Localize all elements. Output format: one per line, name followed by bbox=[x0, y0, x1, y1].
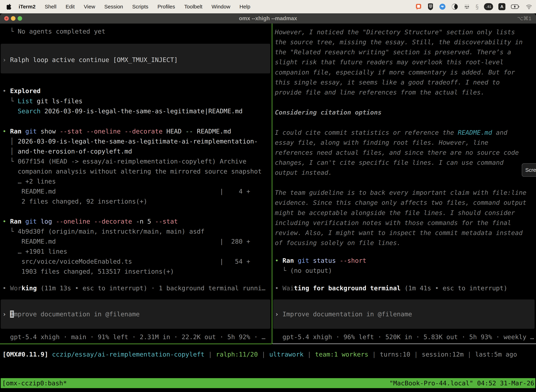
model-status-line: gpt-5.4 xhigh · main · 91% left · 2.31M … bbox=[2, 332, 266, 342]
tmux-pane-left[interactable]: └ No agents completed yet› Ralph loop ac… bbox=[0, 23, 272, 344]
menu-item-profiles[interactable]: Profiles bbox=[157, 4, 175, 10]
reasoning-p1: the "Related research writing" section i… bbox=[275, 47, 511, 57]
agents-status-line: └ No agents completed yet bbox=[2, 26, 105, 36]
prompt-input-line: › Improve documentation in @filename bbox=[2, 309, 140, 319]
omx-status-line: [OMX#0.11.9] cczip/essay/ai-reimplementa… bbox=[2, 350, 517, 359]
reasoning-p1: the source tree, missing the essay. Stil… bbox=[275, 37, 523, 47]
minimize-button[interactable] bbox=[11, 16, 15, 21]
tmux-pane-right[interactable]: However, I noticed the "Directory Struct… bbox=[273, 23, 536, 344]
menu-item-shell[interactable]: Shell bbox=[45, 4, 57, 10]
hook-icon[interactable]: § bbox=[475, 3, 479, 10]
reasoning-p3: including verification notes with those … bbox=[275, 218, 511, 228]
reasoning-p2: output instead. bbox=[275, 168, 332, 177]
tmux-status-bar: [omx-cczip0:bash* "MacBook-Pro-44.local"… bbox=[1, 378, 535, 388]
pane-border-bottom-left bbox=[0, 344, 272, 344]
reasoning-p1: slight risk that future readers may over… bbox=[275, 57, 503, 67]
reasoning-p1: However, I noticed the "Directory Struct… bbox=[275, 27, 515, 37]
ralph-loop-line: › Ralph loop active continue [OMX_TMUX_I… bbox=[2, 55, 178, 65]
reasoning-p3: evidence. Since this change only affects… bbox=[275, 198, 526, 208]
reasoning-p3: review. Also, I might want to inspect th… bbox=[275, 228, 523, 238]
log-stat-readme: README.md | 280 + bbox=[2, 236, 250, 246]
menu-item-scripts[interactable]: Scripts bbox=[132, 4, 148, 10]
ran-git-show: • Ran git show --stat --oneline --decora… bbox=[2, 126, 231, 136]
reasoning-p3: The team guideline is to back every impo… bbox=[275, 187, 526, 198]
explored-header: • Explored bbox=[2, 86, 41, 96]
screenshot-notification[interactable]: Scre bbox=[522, 163, 536, 177]
macos-menu-bar: iTerm2ShellEditViewSessionScriptsProfile… bbox=[0, 0, 536, 13]
commit-filename-2: │ and-the-erosion-of-copyleft.md bbox=[2, 146, 132, 156]
screen: { "menu_bar": { "items": ["iTerm2", "She… bbox=[0, 0, 536, 392]
moon-circle-icon[interactable] bbox=[451, 3, 458, 10]
wifi-icon[interactable] bbox=[525, 3, 533, 10]
prompt-input-line: › Improve documentation in @filename bbox=[275, 309, 412, 319]
grid-shield-icon[interactable] bbox=[427, 3, 434, 10]
menu-item-toolbelt[interactable]: Toolbelt bbox=[184, 4, 202, 10]
ran-git-log: • Ran git log --oneline --decorate -n 5 … bbox=[2, 216, 178, 226]
apple-menu-icon[interactable] bbox=[7, 4, 12, 10]
ran-git-status: • Ran git status --short bbox=[275, 256, 366, 266]
bolt-circle-icon[interactable] bbox=[439, 3, 446, 10]
reasoning-p2: changes, I can't cite specific file line… bbox=[275, 158, 503, 168]
window-controls[interactable] bbox=[4, 16, 22, 21]
log-more-lines: … +1901 lines bbox=[2, 246, 67, 257]
pane-border-bottom-right bbox=[273, 344, 536, 344]
stat-summary: 2 files changed, 92 insertions(+) bbox=[2, 196, 147, 206]
menu-item-iterm2[interactable]: iTerm2 bbox=[19, 4, 36, 10]
explored-search: Search 2026-03-09-is-legal-the-same-as-l… bbox=[2, 106, 243, 116]
log-commit-line: └ 4b9d30f (origin/main, instructkr/main,… bbox=[2, 226, 205, 236]
commit-filename-1: │ 2026-03-09-is-legal-the-same-as-legiti… bbox=[2, 136, 258, 146]
model-status-line: gpt-5.4 xhigh · 96% left · 520K in · 5.8… bbox=[275, 332, 534, 342]
pane-divider-vertical[interactable] bbox=[272, 23, 273, 344]
window-title-bar[interactable]: omx --xhigh --madmax ⌥⌘1 bbox=[0, 13, 536, 23]
reasoning-heading: Considering citation options bbox=[275, 107, 382, 117]
reasoning-p1: companion file, especially if more comme… bbox=[275, 67, 515, 77]
reasoning-p3: of focusing solely on file lines. bbox=[275, 238, 401, 248]
window-title: omx --xhigh --madmax bbox=[0, 13, 536, 23]
badge-61-icon[interactable]: ..61 bbox=[484, 3, 493, 10]
dots-grid-icon[interactable] bbox=[464, 3, 470, 10]
close-button[interactable] bbox=[4, 16, 9, 21]
menu-item-help[interactable]: Help bbox=[239, 4, 250, 10]
log-stat-voice: src/voice/voiceModeEnabled.ts | 54 + bbox=[2, 257, 250, 266]
menu-status-icons: § ..61 A bbox=[415, 0, 533, 13]
status-output: └ (no output) bbox=[275, 266, 332, 275]
stat-readme: README.md | 4 + bbox=[2, 186, 250, 196]
zoom-button[interactable] bbox=[18, 16, 22, 21]
reasoning-p2: I could cite commit statistics or refere… bbox=[275, 127, 507, 138]
menu-item-window[interactable]: Window bbox=[211, 4, 230, 10]
reasoning-p2: essay file, along with finding root file… bbox=[275, 138, 488, 148]
menu-item-edit[interactable]: Edit bbox=[66, 4, 75, 10]
menu-items: iTerm2ShellEditViewSessionScriptsProfile… bbox=[19, 4, 250, 10]
explored-list: └ List git ls-files bbox=[2, 96, 82, 106]
menu-item-view[interactable]: View bbox=[84, 4, 95, 10]
chat-app-icon[interactable] bbox=[415, 3, 422, 10]
log-stat-summary: 1903 files changed, 513517 insertions(+) bbox=[2, 266, 174, 276]
working-status: • Working (11m 13s • esc to interrupt) ·… bbox=[2, 283, 266, 293]
reasoning-p2: references need actual files, and since … bbox=[275, 148, 519, 158]
commit-line: └ 067f154 (HEAD -> essay/ai-reimplementa… bbox=[2, 156, 246, 166]
reasoning-p3: might be acceptable alongside the file l… bbox=[275, 208, 515, 218]
reasoning-p1: this single essay, it seems like a good … bbox=[275, 77, 500, 87]
more-lines: … +2 lines bbox=[2, 176, 56, 186]
tab-shortcut-hint: ⌥⌘1 bbox=[517, 13, 531, 23]
input-source-icon[interactable]: A bbox=[498, 3, 505, 10]
reasoning-p1: provide file and line references from th… bbox=[275, 87, 484, 97]
waiting-status: • Waiting for background terminal (1m 41… bbox=[275, 283, 507, 293]
menu-item-session[interactable]: Session bbox=[104, 4, 123, 10]
tmux-host-clock: "MacBook-Pro-44.local" 04:52 31-Mar-26 bbox=[389, 378, 534, 388]
tmux-session-window[interactable]: [omx-cczip0:bash* bbox=[2, 378, 67, 388]
battery-icon[interactable] bbox=[511, 3, 520, 10]
commit-message: companion analysis without altering the … bbox=[2, 166, 262, 176]
